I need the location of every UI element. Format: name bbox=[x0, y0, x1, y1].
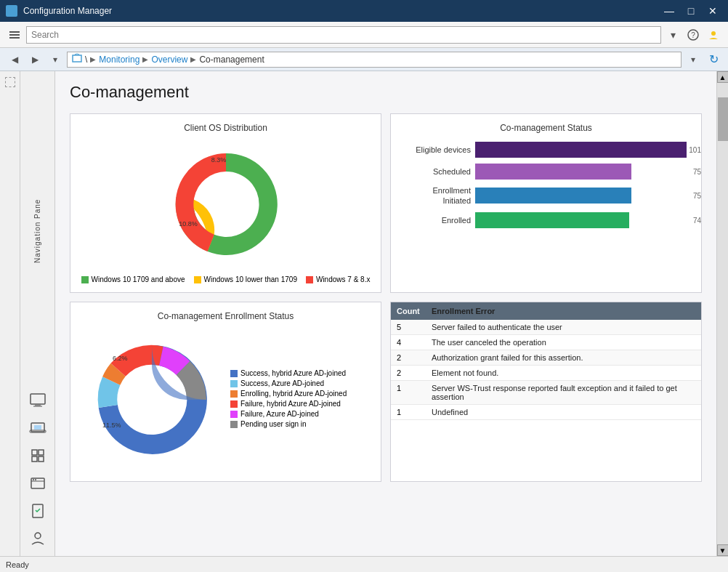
refresh-button[interactable]: ↻ bbox=[705, 51, 722, 68]
legend-failure-hybrid: Failure, hybrid Azure AD-joined bbox=[230, 400, 347, 408]
nav-icon-users[interactable] bbox=[25, 527, 51, 550]
table-row: 1 Server WS-Trust response reported faul… bbox=[391, 381, 701, 405]
bar-fill-enrollment bbox=[475, 188, 631, 204]
svg-rect-7 bbox=[31, 394, 45, 404]
legend-label-yellow: Windows 10 lower than 1709 bbox=[204, 275, 297, 283]
svg-rect-16 bbox=[39, 456, 44, 462]
row-count-0: 5 bbox=[397, 323, 426, 331]
toolbar: ▾ ? bbox=[0, 22, 728, 48]
nav-dropdown-button[interactable]: ▾ bbox=[46, 51, 64, 68]
svg-text:?: ? bbox=[691, 31, 695, 39]
enrollment-chart-title: Co-management Enrollment Status bbox=[79, 311, 372, 321]
nav-bar: ◀ ▶ ▾ \ ▶ Monitoring ▶ Overview ▶ Co-man… bbox=[0, 48, 728, 71]
nav-icon-monitor[interactable] bbox=[25, 389, 51, 412]
svg-point-22 bbox=[35, 533, 41, 539]
legend-enrolling-hybrid: Enrolling, hybrid Azure AD-joined bbox=[230, 390, 347, 398]
comanagement-status-title: Co-management Status bbox=[400, 123, 692, 133]
bar-value-scheduled: 75 bbox=[693, 168, 701, 176]
row-count-5: 1 bbox=[397, 408, 426, 416]
table-row: 5 Server failed to authenticate the user bbox=[391, 320, 701, 335]
bar-value-eligible: 101 bbox=[689, 146, 701, 154]
user-icon[interactable] bbox=[705, 26, 722, 44]
app-icon bbox=[6, 5, 17, 17]
legend-label-red: Windows 7 & 8.x bbox=[316, 275, 370, 283]
legend-win10-below: Windows 10 lower than 1709 bbox=[194, 275, 297, 283]
close-button[interactable]: ✕ bbox=[703, 4, 722, 18]
maximize-button[interactable]: □ bbox=[682, 4, 700, 18]
minimize-button[interactable]: — bbox=[660, 4, 679, 18]
app-title: Configuration Manager bbox=[23, 6, 654, 16]
scroll-thumb[interactable] bbox=[718, 97, 728, 141]
svg-text:74.0%: 74.0% bbox=[157, 407, 176, 414]
table-row: 2 Element not found. bbox=[391, 366, 701, 381]
client-os-donut: 80.8% 10.8% 8.3% Windows 10 1709 and abo… bbox=[79, 139, 372, 283]
breadcrumb: \ ▶ Monitoring ▶ Overview ▶ Co-managemen… bbox=[67, 52, 682, 68]
legend-dot-orange bbox=[230, 390, 238, 398]
table-row: 1 Undefined bbox=[391, 405, 701, 420]
nav-icon-compliance[interactable] bbox=[25, 499, 51, 523]
row-error-4: Server WS-Trust response reported fault … bbox=[432, 384, 695, 401]
legend-dot-lightblue bbox=[230, 380, 238, 387]
top-charts-grid: Client OS Distribution bbox=[70, 113, 702, 293]
client-os-chart-card: Client OS Distribution bbox=[70, 113, 381, 293]
breadcrumb-overview[interactable]: Overview bbox=[151, 55, 187, 65]
nav-icon-devices[interactable] bbox=[25, 416, 51, 440]
svg-text:6.2%: 6.2% bbox=[113, 355, 128, 362]
svg-rect-0 bbox=[9, 31, 20, 33]
title-bar: Configuration Manager — □ ✕ bbox=[0, 0, 728, 22]
scroll-up-button[interactable]: ▲ bbox=[717, 71, 729, 83]
bar-fill-eligible bbox=[475, 142, 687, 158]
enrollment-svg: 74.0% 11.5% 6.2% bbox=[79, 327, 225, 472]
scroll-track[interactable] bbox=[717, 83, 729, 544]
svg-text:11.5%: 11.5% bbox=[102, 422, 121, 429]
bar-label-scheduled: Scheduled bbox=[405, 167, 471, 176]
client-os-legend: Windows 10 1709 and above Windows 10 low… bbox=[81, 275, 371, 283]
svg-point-19 bbox=[33, 479, 34, 480]
legend-label-pink: Failure, Azure AD-joined bbox=[240, 410, 319, 418]
legend-success-azure: Success, Azure AD-joined bbox=[230, 379, 347, 387]
bar-row-enrolled: Enrolled 74 bbox=[405, 212, 687, 228]
comanagement-status-card: Co-management Status Eligible devices 10… bbox=[390, 113, 702, 293]
bar-wrap-enrolled: 74 bbox=[475, 212, 687, 228]
svg-rect-2 bbox=[9, 37, 20, 39]
search-input[interactable] bbox=[26, 26, 661, 44]
legend-dot-red bbox=[306, 276, 313, 283]
breadcrumb-monitoring[interactable]: Monitoring bbox=[99, 55, 139, 65]
legend-failure-azure: Failure, Azure AD-joined bbox=[230, 410, 347, 418]
svg-rect-15 bbox=[32, 456, 37, 462]
forward-button[interactable]: ▶ bbox=[26, 51, 44, 68]
bottom-charts-grid: Co-management Enrollment Status bbox=[70, 302, 702, 482]
legend-win10-above: Windows 10 1709 and above bbox=[81, 275, 185, 283]
menu-button[interactable] bbox=[6, 26, 23, 44]
row-error-0: Server failed to authenticate the user bbox=[432, 323, 695, 331]
bar-row-scheduled: Scheduled 75 bbox=[405, 164, 687, 180]
collapse-icon[interactable] bbox=[5, 77, 15, 87]
svg-text:80.8%: 80.8% bbox=[237, 191, 256, 198]
nav-icon-software[interactable] bbox=[25, 472, 51, 495]
client-os-svg: 80.8% 10.8% 8.3% bbox=[153, 139, 299, 270]
svg-rect-6 bbox=[73, 55, 81, 62]
bar-wrap-enrollment: 75 bbox=[475, 188, 687, 204]
header-count: Count bbox=[397, 307, 426, 315]
content-area: Co-management Client OS Distribution bbox=[55, 71, 716, 556]
path-dropdown-button[interactable]: ▾ bbox=[684, 51, 702, 68]
svg-rect-14 bbox=[39, 450, 44, 455]
nav-icon-assets[interactable] bbox=[25, 444, 51, 467]
row-count-4: 1 bbox=[397, 384, 426, 392]
legend-dot-pink bbox=[230, 411, 238, 418]
row-count-1: 4 bbox=[397, 338, 426, 347]
bar-label-enrolled: Enrolled bbox=[405, 216, 471, 225]
sidebar-label-text: Navigation Pane bbox=[33, 77, 41, 384]
table-row: 4 The user canceled the operation bbox=[391, 335, 701, 350]
status-bar: Ready bbox=[0, 556, 728, 572]
scroll-down-button[interactable]: ▼ bbox=[717, 544, 729, 556]
bar-value-enrollment: 75 bbox=[693, 192, 701, 200]
legend-label-blue: Success, hybrid Azure AD-joined bbox=[240, 369, 346, 377]
enrollment-status-card: Co-management Enrollment Status bbox=[70, 302, 381, 482]
back-button[interactable]: ◀ bbox=[6, 51, 23, 68]
help-icon[interactable]: ? bbox=[684, 26, 702, 44]
bar-row-enrollment: EnrollmentInitiated 75 bbox=[405, 185, 687, 206]
legend-label-gray: Pending user sign in bbox=[240, 420, 307, 428]
dropdown-arrow-icon[interactable]: ▾ bbox=[664, 26, 682, 44]
enrollment-error-table: Count Enrollment Error 5 Server failed t… bbox=[390, 302, 702, 482]
